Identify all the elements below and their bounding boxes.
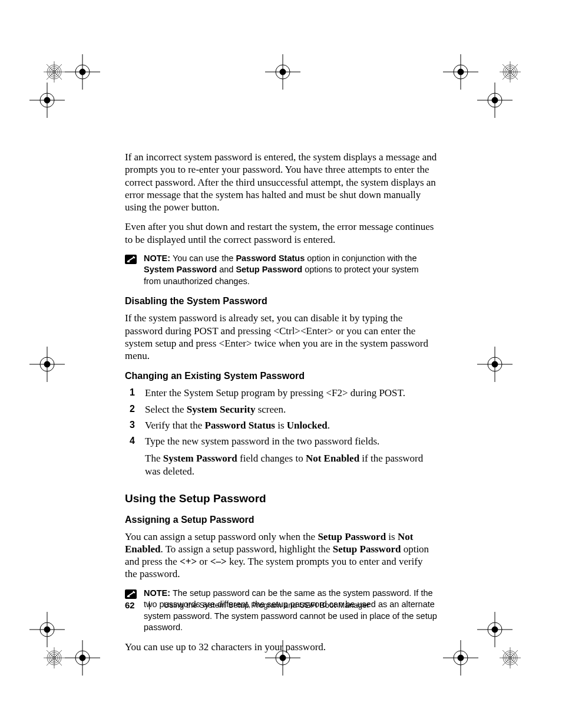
svg-point-23 (508, 70, 512, 74)
svg-line-79 (503, 650, 518, 666)
svg-point-50 (51, 654, 58, 661)
svg-point-73 (505, 653, 515, 663)
svg-point-69 (458, 655, 464, 661)
registration-dot-icon (44, 61, 65, 83)
section-heading: Using the Setup Password (125, 492, 437, 506)
svg-point-16 (454, 65, 468, 79)
svg-point-36 (40, 357, 54, 371)
note-label: NOTE: (144, 588, 170, 598)
body-paragraph: If an incorrect system password is enter… (125, 151, 437, 213)
note-label: NOTE: (144, 253, 170, 263)
svg-point-45 (44, 627, 50, 633)
footer-separator-icon (149, 601, 150, 610)
note-callout: NOTE: The setup password can be the same… (125, 588, 437, 634)
document-page: If an incorrect system password is enter… (0, 0, 562, 728)
registration-mark-icon (443, 54, 478, 90)
subheading: Assigning a Setup Password (125, 514, 437, 526)
svg-point-75 (508, 656, 512, 660)
page-footer: 62 Using the System Setup Program and UE… (125, 600, 369, 610)
svg-point-44 (40, 622, 54, 637)
svg-point-3 (52, 70, 56, 74)
list-item: Enter the System Setup program by pressi… (125, 387, 437, 399)
svg-point-56 (75, 651, 90, 665)
svg-point-37 (44, 361, 50, 367)
svg-point-2 (51, 68, 58, 75)
note-icon (125, 253, 138, 268)
body-paragraph: If the system password is already set, y… (125, 312, 437, 362)
note-callout: NOTE: You can use the Password Status op… (125, 253, 437, 288)
svg-point-74 (507, 654, 514, 661)
registration-mark-icon (443, 640, 478, 676)
svg-point-12 (40, 93, 54, 107)
registration-mark-icon (29, 83, 65, 118)
ordered-steps: Enter the System Setup program by pressi… (125, 387, 437, 447)
registration-dot-icon (500, 647, 521, 668)
note-text: NOTE: The setup password can be the same… (144, 588, 437, 634)
svg-point-48 (47, 651, 61, 665)
svg-point-41 (492, 361, 498, 367)
registration-mark-icon (477, 347, 513, 382)
registration-dot-icon (44, 647, 65, 668)
svg-point-17 (458, 69, 464, 75)
body-paragraph: Even after you shut down and restart the… (125, 220, 437, 246)
svg-point-13 (44, 97, 50, 103)
svg-point-40 (488, 357, 502, 371)
svg-point-22 (507, 68, 514, 75)
svg-point-1 (49, 67, 59, 77)
registration-mark-icon (65, 640, 100, 676)
svg-point-8 (75, 65, 90, 79)
svg-point-51 (52, 656, 56, 660)
footer-title: Using the System Setup Program and UEFI … (164, 601, 370, 610)
svg-point-9 (80, 69, 85, 75)
registration-dot-icon (500, 61, 521, 83)
registration-mark-icon (65, 54, 100, 90)
svg-line-55 (47, 650, 62, 666)
page-content: If an incorrect system password is enter… (125, 151, 437, 660)
svg-point-21 (505, 67, 515, 77)
svg-line-54 (47, 650, 62, 666)
svg-point-49 (49, 653, 59, 663)
svg-point-57 (80, 655, 85, 661)
svg-line-27 (503, 64, 518, 80)
svg-point-65 (492, 627, 498, 633)
list-item: Type the new system password in the two … (125, 435, 437, 447)
svg-point-0 (47, 65, 61, 79)
registration-mark-icon (477, 83, 513, 118)
svg-point-32 (276, 65, 290, 79)
body-paragraph: The System Password field changes to Not… (125, 452, 437, 477)
body-paragraph: You can assign a setup password only whe… (125, 531, 437, 581)
body-paragraph: You can use up to 32 characters in your … (125, 641, 437, 653)
subheading: Disabling the System Password (125, 295, 437, 307)
svg-point-68 (454, 651, 468, 665)
svg-point-64 (488, 622, 502, 637)
svg-line-78 (503, 650, 518, 666)
list-item: Verify that the Password Status is Unloc… (125, 419, 437, 431)
svg-point-20 (503, 65, 517, 79)
note-text: NOTE: You can use the Password Status op… (144, 253, 437, 288)
svg-point-33 (280, 69, 286, 75)
svg-line-7 (47, 64, 62, 80)
svg-point-28 (488, 93, 502, 107)
registration-mark-icon (265, 54, 300, 90)
registration-mark-icon (29, 347, 65, 382)
svg-line-26 (503, 64, 518, 80)
page-number: 62 (125, 600, 135, 610)
registration-mark-icon (477, 612, 513, 647)
svg-line-6 (47, 64, 62, 80)
svg-point-72 (503, 651, 517, 665)
svg-point-29 (492, 97, 498, 103)
subheading: Changing an Existing System Password (125, 370, 437, 382)
list-item: Select the System Security screen. (125, 403, 437, 416)
registration-mark-icon (29, 612, 65, 647)
